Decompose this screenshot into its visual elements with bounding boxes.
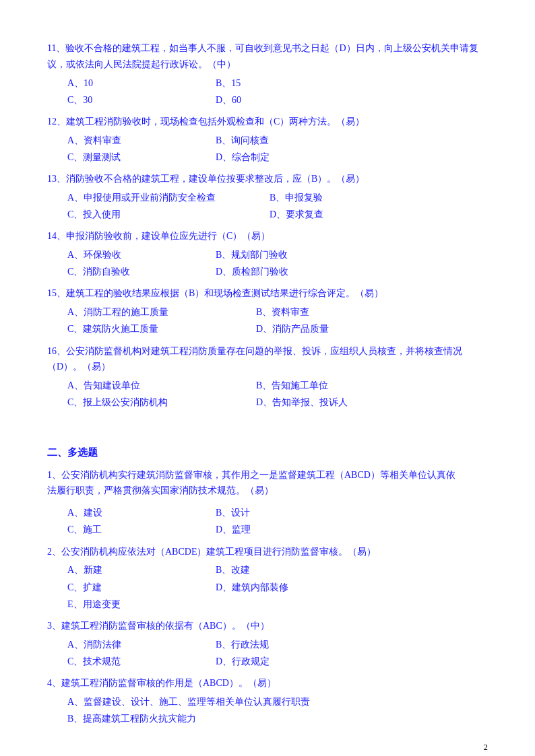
mq3-opt-c: C、技术规范	[67, 653, 216, 670]
multi-question-3: 3、建筑工程消防监督审核的依据有（ABC）。（中） A、消防法律 B、行政法规 …	[47, 618, 488, 670]
q16-opt-a: A、告知建设单位	[67, 377, 256, 394]
multi-question-1: 1、公安消防机构实行建筑消防监督审核，其作用之一是监督建筑工程（ABCD）等相关…	[47, 467, 488, 539]
q16-opt-c: C、报上级公安消防机构	[67, 394, 256, 411]
multi-question-4: 4、建筑工程消防监督审核的作用是（ABCD）。（易） A、监督建设、设计、施工、…	[47, 675, 488, 727]
question-12: 12、建筑工程消防验收时，现场检查包括外观检查和（C）两种方法。（易） A、资料…	[47, 114, 488, 166]
q15-text: 15、建筑工程的验收结果应根据（B）和现场检查测试结果进行综合评定。（易）	[47, 285, 488, 302]
q16-opt-d: D、告知举报、投诉人	[256, 394, 404, 411]
mq2-opt-a: A、新建	[67, 561, 216, 578]
mq1-opt-a: A、建设	[67, 504, 216, 521]
q11-opt-c: C、30	[67, 92, 216, 108]
q16-opt-b: B、告知施工单位	[256, 377, 404, 394]
mq4-options: A、监督建设、设计、施工、监理等相关单位认真履行职责 B、提高建筑工程防火抗灾能…	[67, 693, 488, 727]
question-16: 16、公安消防监督机构对建筑工程消防质量存在问题的举报、投诉，应组织人员核查，并…	[47, 343, 488, 411]
q12-text: 12、建筑工程消防验收时，现场检查包括外观检查和（C）两种方法。（易）	[47, 114, 488, 130]
q13-options: A、申报使用或开业前消防安全检查 B、申报复验 C、投入使用 D、要求复查	[67, 189, 488, 223]
q16-text: 16、公安消防监督机构对建筑工程消防质量存在问题的举报、投诉，应组织人员核查，并…	[47, 343, 488, 376]
mq1-opt-d: D、监理	[216, 521, 364, 538]
q11-text: 11、验收不合格的建筑工程，如当事人不服，可自收到意见书之日起（D）日内，向上级…	[47, 40, 488, 73]
mq1-options: A、建设 B、设计 C、施工 D、监理	[67, 504, 488, 538]
mq2-text: 2、公安消防机构应依法对（ABCDE）建筑工程项目进行消防监督审核。（易）	[47, 544, 488, 560]
q11-opt-a: A、10	[67, 75, 216, 92]
mq2-opt-d: D、建筑内部装修	[216, 579, 364, 596]
q14-opt-a: A、环保验收	[67, 246, 216, 263]
q14-options: A、环保验收 B、规划部门验收 C、消防自验收 D、质检部门验收	[67, 246, 488, 280]
page: 11、验收不合格的建筑工程，如当事人不服，可自收到意见书之日起（D）日内，向上级…	[0, 0, 535, 756]
mq3-text: 3、建筑工程消防监督审核的依据有（ABC）。（中）	[47, 618, 488, 634]
q15-opt-c: C、建筑防火施工质量	[67, 320, 256, 337]
mq2-opt-b: B、改建	[216, 561, 364, 578]
mq3-opt-b: B、行政法规	[216, 636, 364, 653]
mq4-opt-a: A、监督建设、设计、施工、监理等相关单位认真履行职责	[67, 693, 488, 710]
q14-opt-b: B、规划部门验收	[216, 246, 364, 263]
mq3-opt-d: D、行政规定	[216, 653, 364, 670]
mq4-text: 4、建筑工程消防监督审核的作用是（ABCD）。（易）	[47, 675, 488, 691]
q15-opt-b: B、资料审查	[256, 304, 404, 320]
q12-opt-b: B、询问核查	[216, 132, 364, 149]
q11-opt-b: B、15	[216, 75, 364, 92]
question-14: 14、申报消防验收前，建设单位应先进行（C）（易） A、环保验收 B、规划部门验…	[47, 228, 488, 280]
page-number: 2	[484, 742, 489, 753]
q11-options: A、10 B、15 C、30 D、60	[67, 75, 488, 108]
q12-opt-d: D、综合制定	[216, 149, 364, 166]
mq3-opt-a: A、消防法律	[67, 636, 216, 653]
q16-options: A、告知建设单位 B、告知施工单位 C、报上级公安消防机构 D、告知举报、投诉人	[67, 377, 488, 411]
multi-question-2: 2、公安消防机构应依法对（ABCDE）建筑工程项目进行消防监督审核。（易） A、…	[47, 544, 488, 613]
mq2-opt-e: E、用途变更	[67, 596, 216, 613]
q12-opt-a: A、资料审查	[67, 132, 216, 149]
question-11: 11、验收不合格的建筑工程，如当事人不服，可自收到意见书之日起（D）日内，向上级…	[47, 40, 488, 108]
q14-text: 14、申报消防验收前，建设单位应先进行（C）（易）	[47, 228, 488, 244]
question-13: 13、消防验收不合格的建筑工程，建设单位按要求整改后，应（B）。（易） A、申报…	[47, 171, 488, 223]
question-15: 15、建筑工程的验收结果应根据（B）和现场检查测试结果进行综合评定。（易） A、…	[47, 285, 488, 337]
q13-opt-d: D、要求复查	[270, 206, 418, 223]
q11-opt-d: D、60	[216, 92, 364, 108]
mq1-text2: 法履行职责，严格贯彻落实国家消防技术规范。（易）	[47, 483, 488, 499]
q14-opt-d: D、质检部门验收	[216, 263, 364, 280]
mq3-options: A、消防法律 B、行政法规 C、技术规范 D、行政规定	[67, 636, 488, 670]
q13-opt-b: B、申报复验	[270, 189, 418, 206]
mq2-options: A、新建 B、改建 C、扩建 D、建筑内部装修 E、用途变更	[67, 561, 488, 613]
q13-opt-a: A、申报使用或开业前消防安全检查	[67, 189, 270, 206]
q15-opt-d: D、消防产品质量	[256, 320, 404, 337]
mq1-opt-b: B、设计	[216, 504, 364, 521]
q12-opt-c: C、测量测试	[67, 149, 216, 166]
q13-opt-c: C、投入使用	[67, 206, 270, 223]
mq4-opt-b: B、提高建筑工程防火抗灾能力	[67, 710, 488, 727]
mq2-opt-c: C、扩建	[67, 579, 216, 596]
multi-choice-section-title: 二、多选题	[47, 446, 488, 459]
q12-options: A、资料审查 B、询问核查 C、测量测试 D、综合制定	[67, 132, 488, 166]
mq1-opt-c: C、施工	[67, 521, 216, 538]
q15-options: A、消防工程的施工质量 B、资料审查 C、建筑防火施工质量 D、消防产品质量	[67, 304, 488, 337]
q13-text: 13、消防验收不合格的建筑工程，建设单位按要求整改后，应（B）。（易）	[47, 171, 488, 187]
q14-opt-c: C、消防自验收	[67, 263, 216, 280]
q15-opt-a: A、消防工程的施工质量	[67, 304, 256, 320]
mq1-text: 1、公安消防机构实行建筑消防监督审核，其作用之一是监督建筑工程（ABCD）等相关…	[47, 467, 488, 483]
